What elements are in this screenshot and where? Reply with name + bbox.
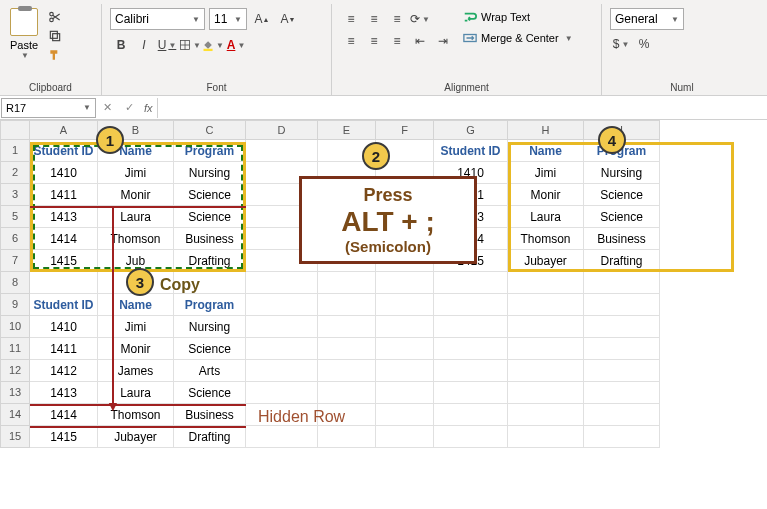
row-header-8[interactable]: 8 (0, 272, 30, 294)
font-size-select[interactable]: 11▼ (209, 8, 247, 30)
cell-H12[interactable] (508, 360, 584, 382)
cell-E10[interactable] (318, 316, 376, 338)
cell-C5[interactable]: Science (174, 206, 246, 228)
cell-B11[interactable]: Monir (98, 338, 174, 360)
bold-button[interactable]: B (110, 34, 132, 56)
cell-A1[interactable]: Student ID (30, 140, 98, 162)
cell-I10[interactable] (584, 316, 660, 338)
cell-D2[interactable] (246, 162, 318, 184)
paste-button[interactable]: Paste ▼ (6, 6, 42, 66)
cell-I14[interactable] (584, 404, 660, 426)
cell-G3[interactable]: 1411 (434, 184, 508, 206)
cell-H9[interactable] (508, 294, 584, 316)
col-header-H[interactable]: H (508, 120, 584, 140)
cell-D5[interactable] (246, 206, 318, 228)
cell-B3[interactable]: Monir (98, 184, 174, 206)
col-header-E[interactable]: E (318, 120, 376, 140)
cell-B6[interactable]: Thomson (98, 228, 174, 250)
col-header-B[interactable]: B (98, 120, 174, 140)
cell-C15[interactable]: Drafting (174, 426, 246, 448)
cell-D9[interactable] (246, 294, 318, 316)
row-header-11[interactable]: 11 (0, 338, 30, 360)
cell-C11[interactable]: Science (174, 338, 246, 360)
cell-D12[interactable] (246, 360, 318, 382)
cell-I1[interactable]: Program (584, 140, 660, 162)
cell-G13[interactable] (434, 382, 508, 404)
cell-G5[interactable]: 1413 (434, 206, 508, 228)
cell-F5[interactable] (376, 206, 434, 228)
font-color-button[interactable]: A▼ (225, 34, 247, 56)
cell-E3[interactable] (318, 184, 376, 206)
row-header-10[interactable]: 10 (0, 316, 30, 338)
cell-I13[interactable] (584, 382, 660, 404)
cell-H2[interactable]: Jimi (508, 162, 584, 184)
formula-input[interactable] (157, 98, 767, 118)
cell-H14[interactable] (508, 404, 584, 426)
cell-F1[interactable] (376, 140, 434, 162)
border-button[interactable]: ▼ (179, 34, 201, 56)
cell-F10[interactable] (376, 316, 434, 338)
cell-E13[interactable] (318, 382, 376, 404)
cell-E2[interactable] (318, 162, 376, 184)
row-header-3[interactable]: 3 (0, 184, 30, 206)
cell-G1[interactable]: Student ID (434, 140, 508, 162)
cell-D15[interactable] (246, 426, 318, 448)
cell-D6[interactable] (246, 228, 318, 250)
cell-A2[interactable]: 1410 (30, 162, 98, 184)
row-header-2[interactable]: 2 (0, 162, 30, 184)
cell-C6[interactable]: Business (174, 228, 246, 250)
cell-B10[interactable]: Jimi (98, 316, 174, 338)
cell-D10[interactable] (246, 316, 318, 338)
cell-G15[interactable] (434, 426, 508, 448)
cell-F15[interactable] (376, 426, 434, 448)
cell-G6[interactable]: 1414 (434, 228, 508, 250)
col-header-D[interactable]: D (246, 120, 318, 140)
name-box[interactable]: R17▼ (1, 98, 96, 118)
cell-E12[interactable] (318, 360, 376, 382)
cell-A11[interactable]: 1411 (30, 338, 98, 360)
cell-D1[interactable] (246, 140, 318, 162)
align-top-button[interactable]: ≡ (340, 8, 362, 30)
cell-C7[interactable]: Drafting (174, 250, 246, 272)
cell-B8[interactable] (98, 272, 174, 294)
col-header-I[interactable]: I (584, 120, 660, 140)
cell-I6[interactable]: Business (584, 228, 660, 250)
grow-font-button[interactable]: A▲ (251, 8, 273, 30)
cell-E1[interactable] (318, 140, 376, 162)
cell-H3[interactable]: Monir (508, 184, 584, 206)
cell-G9[interactable] (434, 294, 508, 316)
row-header-12[interactable]: 12 (0, 360, 30, 382)
cell-I5[interactable]: Science (584, 206, 660, 228)
cell-H1[interactable]: Name (508, 140, 584, 162)
cell-A6[interactable]: 1414 (30, 228, 98, 250)
cell-F11[interactable] (376, 338, 434, 360)
cell-G14[interactable] (434, 404, 508, 426)
cell-H7[interactable]: Jubayer (508, 250, 584, 272)
cell-F6[interactable] (376, 228, 434, 250)
cell-G11[interactable] (434, 338, 508, 360)
cell-H15[interactable] (508, 426, 584, 448)
cell-B15[interactable]: Jubayer (98, 426, 174, 448)
cell-D8[interactable] (246, 272, 318, 294)
font-name-select[interactable]: Calibri▼ (110, 8, 205, 30)
align-left-button[interactable]: ≡ (340, 30, 362, 52)
cell-A7[interactable]: 1415 (30, 250, 98, 272)
merge-center-button[interactable]: Merge & Center▼ (460, 29, 576, 47)
shrink-font-button[interactable]: A▼ (277, 8, 299, 30)
cell-F9[interactable] (376, 294, 434, 316)
row-header-13[interactable]: 13 (0, 382, 30, 404)
cell-C9[interactable]: Program (174, 294, 246, 316)
cell-A14[interactable]: 1414 (30, 404, 98, 426)
format-painter-button[interactable] (44, 46, 66, 64)
cell-C14[interactable]: Business (174, 404, 246, 426)
cell-I15[interactable] (584, 426, 660, 448)
cell-E14[interactable] (318, 404, 376, 426)
row-header-9[interactable]: 9 (0, 294, 30, 316)
cell-F12[interactable] (376, 360, 434, 382)
cell-A12[interactable]: 1412 (30, 360, 98, 382)
number-format-select[interactable]: General▼ (610, 8, 684, 30)
cell-I8[interactable] (584, 272, 660, 294)
cell-A8[interactable] (30, 272, 98, 294)
cell-F14[interactable] (376, 404, 434, 426)
cell-G12[interactable] (434, 360, 508, 382)
